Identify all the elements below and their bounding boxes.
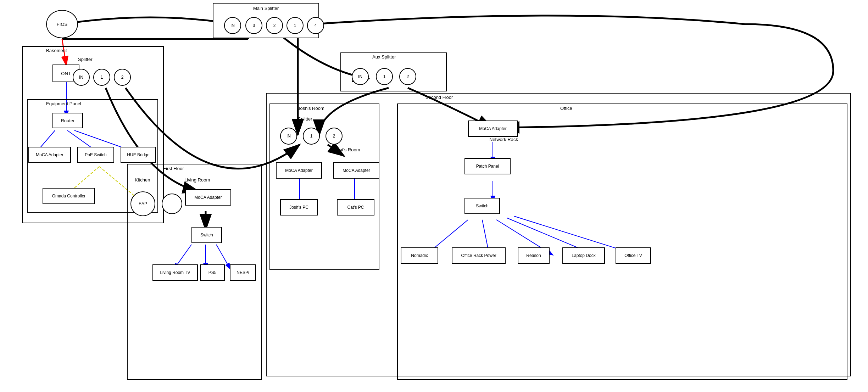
cats-moca-node: MoCA Adapter — [333, 162, 379, 179]
bas-1-port: 1 — [93, 69, 110, 86]
cats-room-label: Cat's Room — [336, 147, 360, 152]
eap-node: EAP — [130, 191, 155, 216]
poe-switch-node: PoE Switch — [77, 147, 114, 163]
living-room-label: Living Room — [184, 177, 210, 183]
living-moca-node: MoCA Adapter — [185, 189, 231, 206]
moca-basement-node: MoCA Adapter — [28, 147, 71, 163]
main-1-port: 1 — [286, 17, 304, 34]
network-rack-label: Network Rack — [489, 137, 518, 142]
nespi-node: NESPi — [230, 264, 256, 281]
office-moca-node: MoCA Adapter — [468, 121, 518, 137]
main-4-port: 4 — [307, 17, 324, 34]
basement-label: Basement — [46, 48, 67, 53]
office-label: Office — [560, 106, 572, 111]
splitter-label: Splitter — [78, 57, 92, 62]
main-2-port: 2 — [266, 17, 283, 34]
laptop-dock-node: Laptop Dock — [562, 247, 605, 264]
fios-label: FIOS — [57, 22, 67, 27]
joshs-2-port: 2 — [326, 128, 343, 145]
aux-1-port: 1 — [376, 68, 393, 85]
bas-in-port: IN — [73, 69, 90, 86]
aux-in-port: IN — [352, 68, 369, 85]
diagram-container: FIOS Main Splitter IN 3 2 1 4 Basement S… — [0, 0, 868, 392]
office-tv-node: Office TV — [616, 247, 651, 264]
joshs-room-label: Josh's Room — [298, 106, 324, 111]
aux-splitter-label: Aux Splitter — [372, 54, 396, 60]
joshs-in-port: IN — [280, 128, 297, 145]
main-in-port: IN — [224, 17, 241, 34]
ps5-node: PS5 — [200, 264, 225, 281]
office-switch-node: Switch — [464, 198, 500, 214]
kitchen-outlet — [162, 194, 182, 214]
main-splitter-label: Main Splitter — [253, 6, 279, 11]
reason-node: Reason — [518, 247, 550, 264]
hue-bridge-node: HUE Bridge — [121, 147, 156, 163]
joshs-moca-node: MoCA Adapter — [276, 162, 322, 179]
patch-panel-node: Patch Panel — [464, 158, 511, 174]
omada-node: Omada Controller — [43, 188, 95, 204]
living-room-tv-node: Living Room TV — [152, 264, 198, 281]
fios-node: FIOS — [46, 10, 78, 38]
office-rack-power-node: Office Rack Power — [452, 247, 506, 264]
kitchen-label: Kitchen — [135, 177, 150, 183]
equipment-panel-label: Equipment Panel — [46, 101, 81, 106]
office-container — [397, 103, 847, 380]
bas-2-port: 2 — [114, 69, 131, 86]
joshs-1-port: 1 — [303, 128, 320, 145]
living-switch-node: Switch — [191, 227, 222, 243]
cats-pc-node: Cat's PC — [337, 199, 374, 215]
second-floor-label: Second Floor — [425, 95, 453, 100]
aux-2-port: 2 — [399, 68, 416, 85]
joshs-splitter-label: Splitter — [298, 116, 312, 122]
main-splitter-box: Main Splitter IN 3 2 1 4 — [213, 3, 319, 38]
nomadix-node: Nomadix — [401, 247, 438, 264]
router-node: Router — [52, 113, 83, 128]
first-floor-label: First Floor — [163, 166, 184, 171]
joshs-pc-node: Josh's PC — [280, 199, 318, 215]
main-3-port: 3 — [245, 17, 262, 34]
